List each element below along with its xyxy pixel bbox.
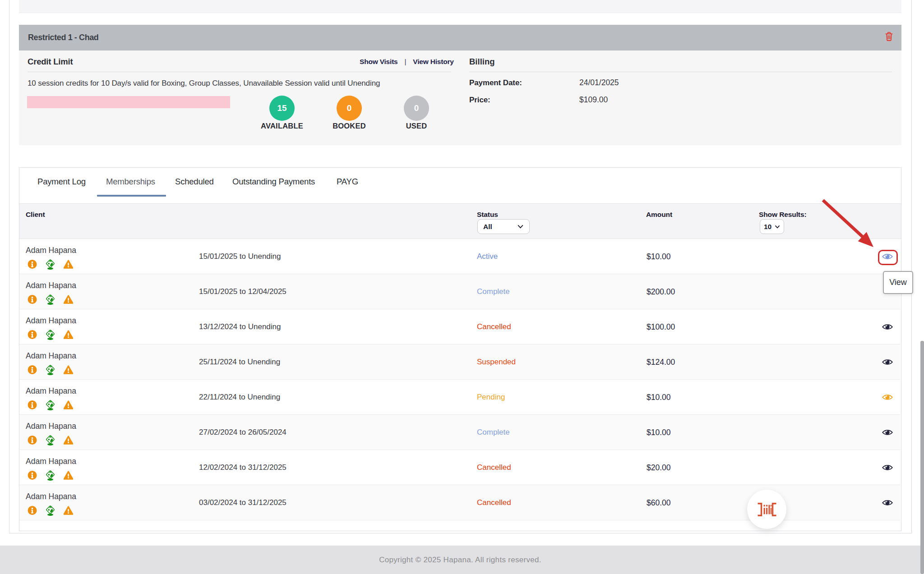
column-header-status: Status: [477, 211, 498, 219]
warning-icon[interactable]: [64, 294, 73, 305]
membership-card-icon[interactable]: [46, 259, 55, 270]
warning-icon[interactable]: [64, 259, 73, 270]
billing-field-value: $109.00: [579, 95, 608, 105]
membership-row: Adam Hapana 12/02/2024 to 31/12/2025 Can…: [19, 450, 900, 485]
credit-stat-label: USED: [380, 122, 453, 130]
warning-icon[interactable]: [64, 505, 73, 516]
client-name: Adam Hapana: [26, 316, 76, 326]
chevron-down-icon: [775, 225, 780, 229]
status-filter-select[interactable]: All: [477, 219, 530, 234]
billing-field: Price: $109.00: [469, 96, 875, 105]
copyright-text: Copyright © 2025 Hapana. All rights rese…: [379, 556, 541, 565]
tab-payment-log[interactable]: Payment Log: [37, 177, 86, 187]
credit-limit-links: Show Visits|View History: [360, 58, 454, 66]
credit-stat-value: 15: [269, 96, 295, 121]
client-name: Adam Hapana: [26, 386, 76, 396]
info-icon[interactable]: [28, 364, 37, 375]
view-eye-button eye-icon[interactable]: [882, 499, 893, 506]
package-card-body: Credit Limit Show Visits|View History 10…: [19, 51, 901, 145]
billing-divider: [469, 72, 892, 72]
column-header-amount: Amount: [646, 211, 672, 219]
info-icon[interactable]: [28, 435, 37, 445]
page: Restricted 1 - Chad Credit Limit Show Vi…: [0, 0, 924, 574]
info-icon[interactable]: [28, 505, 37, 516]
client-name: Adam Hapana: [26, 457, 76, 466]
scrollbar-thumb[interactable]: [920, 341, 924, 574]
membership-status: Active: [477, 252, 498, 261]
info-icon[interactable]: [28, 400, 37, 410]
membership-amount: $124.00: [647, 357, 675, 367]
view-eye-button eye-icon[interactable]: [882, 323, 893, 331]
tab-payg[interactable]: PAYG: [337, 177, 358, 187]
membership-card-icon[interactable]: [46, 364, 55, 375]
credit-limit-description: 10 session credits for 10 Day/s valid fo…: [28, 79, 380, 88]
show-results-select[interactable]: 10: [760, 219, 784, 234]
membership-period: 13/12/2024 to Unending: [199, 322, 281, 331]
client-name: Adam Hapana: [26, 351, 76, 361]
column-header-client: Client: [26, 211, 45, 219]
membership-row: Adam Hapana 15/01/2025 to Unending Activ…: [19, 239, 900, 274]
view-eye-button eye-icon[interactable]: [882, 394, 893, 401]
warning-icon[interactable]: [64, 470, 73, 481]
warning-icon[interactable]: [64, 364, 73, 375]
membership-card-icon[interactable]: [46, 329, 55, 340]
membership-row: Adam Hapana 15/01/2025 to 12/04/2025 Com…: [19, 274, 900, 309]
membership-status: Cancelled: [477, 463, 511, 472]
membership-period: 12/02/2024 to 31/12/2025: [199, 463, 286, 472]
membership-status: Pending: [477, 393, 505, 402]
membership-row: Adam Hapana 22/11/2024 to Unending Pendi…: [19, 380, 900, 415]
credit-stat-value: 0: [404, 96, 429, 121]
credit-limit-heading: Credit Limit: [28, 57, 73, 67]
membership-card-icon[interactable]: [46, 505, 55, 516]
view-history-link[interactable]: View History: [413, 58, 453, 65]
membership-period: 25/11/2024 to Unending: [199, 358, 280, 367]
package-card-header: Restricted 1 - Chad: [19, 25, 901, 51]
membership-row: Adam Hapana 13/12/2024 to Unending Cance…: [19, 309, 900, 344]
info-icon[interactable]: [28, 470, 37, 481]
membership-period: 03/02/2024 to 31/12/2025: [199, 498, 286, 507]
billing-field-value: 24/01/2025: [579, 78, 619, 87]
membership-period: 15/01/2025 to 12/04/2025: [199, 287, 286, 296]
tab-memberships[interactable]: Memberships: [106, 177, 155, 187]
credit-progress-bar: [27, 96, 230, 108]
previous-card-remnant: [19, 0, 901, 13]
client-icons: [28, 400, 73, 410]
view-eye-button eye-icon[interactable]: [882, 464, 893, 471]
warning-icon[interactable]: [64, 435, 73, 445]
membership-card-icon[interactable]: [46, 470, 55, 481]
memberships-panel: Payment LogMembershipsScheduledOutstandi…: [19, 167, 901, 531]
client-icons: [28, 435, 73, 445]
membership-period: 27/02/2024 to 26/05/2024: [199, 428, 286, 437]
annotation-highlight-box: [878, 250, 898, 265]
annotation-arrow: [808, 189, 880, 253]
warning-icon[interactable]: [64, 400, 73, 410]
info-icon[interactable]: [28, 259, 37, 270]
billing-field-label: Payment Date:: [469, 78, 522, 87]
membership-amount: $20.00: [647, 463, 671, 472]
delete-package-button trash-icon[interactable]: [885, 32, 893, 41]
view-eye-button eye-icon[interactable]: [882, 358, 893, 366]
credit-stat-label: BOOKED: [313, 122, 385, 130]
client-icons: [28, 259, 73, 270]
credit-limit-divider: [28, 72, 451, 72]
membership-status: Complete: [477, 287, 510, 296]
info-icon[interactable]: [28, 329, 37, 340]
membership-card-icon[interactable]: [46, 435, 55, 445]
warning-icon[interactable]: [64, 329, 73, 340]
billing-field-label: Price:: [469, 96, 490, 104]
info-icon[interactable]: [28, 294, 37, 305]
tab-outstanding-payments[interactable]: Outstanding Payments: [232, 177, 315, 187]
membership-status: Complete: [477, 428, 510, 437]
membership-status: Cancelled: [477, 498, 511, 507]
membership-card-icon[interactable]: [46, 400, 55, 410]
billing-field: Payment Date: 24/01/2025: [469, 78, 875, 87]
barcode-scan-button[interactable]: [747, 490, 786, 529]
package-card: Restricted 1 - Chad Credit Limit Show Vi…: [19, 25, 901, 145]
membership-amount: $10.00: [647, 392, 671, 402]
tab-scheduled[interactable]: Scheduled: [175, 177, 214, 187]
client-icons: [28, 505, 73, 516]
membership-card-icon[interactable]: [46, 294, 55, 305]
view-eye-button eye-icon[interactable]: [882, 429, 893, 436]
show-visits-link[interactable]: Show Visits: [360, 58, 398, 65]
tab-bar: Payment LogMembershipsScheduledOutstandi…: [19, 168, 901, 203]
